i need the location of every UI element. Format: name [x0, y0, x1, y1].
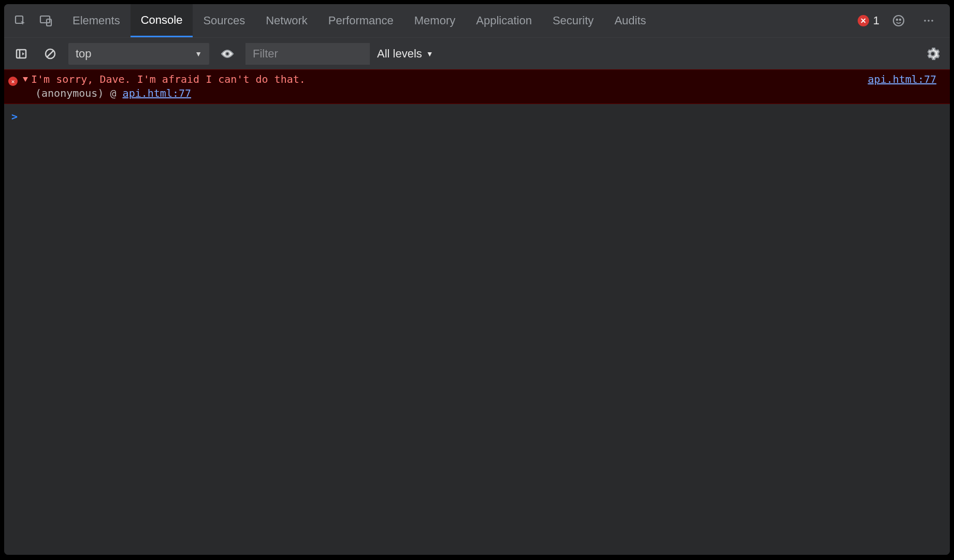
svg-point-4	[897, 19, 898, 20]
tab-memory[interactable]: Memory	[404, 4, 466, 37]
live-expression-icon[interactable]	[216, 43, 238, 65]
device-toolbar-icon[interactable]	[35, 10, 57, 32]
svg-point-8	[931, 20, 933, 22]
tab-elements[interactable]: Elements	[62, 4, 131, 37]
more-menu-icon[interactable]	[918, 10, 939, 32]
tab-audits[interactable]: Audits	[604, 4, 656, 37]
svg-point-14	[226, 52, 229, 55]
error-count-value: 1	[873, 14, 879, 27]
filter-input[interactable]	[245, 43, 370, 65]
smiley-icon[interactable]	[888, 10, 909, 32]
console-toolbar: top ▼ All levels ▼	[4, 37, 950, 69]
svg-point-3	[893, 16, 904, 26]
console-prompt[interactable]: >	[4, 104, 950, 129]
console-error-entry: ✕ I'm sorry, Dave. I'm afraid I can't do…	[4, 69, 950, 104]
context-select-value: top	[76, 47, 92, 61]
error-message-text: I'm sorry, Dave. I'm afraid I can't do t…	[31, 73, 868, 85]
svg-line-13	[47, 51, 53, 57]
svg-marker-11	[22, 52, 24, 55]
devtools-tabs: Elements Console Sources Network Perform…	[62, 4, 657, 37]
tab-performance[interactable]: Performance	[318, 4, 404, 37]
chevron-down-icon: ▼	[426, 50, 433, 58]
inspect-element-icon[interactable]	[9, 10, 31, 32]
settings-gear-icon[interactable]	[922, 43, 944, 65]
svg-point-6	[924, 20, 926, 22]
context-select[interactable]: top ▼	[68, 43, 209, 65]
prompt-caret-icon: >	[11, 110, 18, 123]
error-icon: ✕	[8, 77, 18, 86]
error-count-badge[interactable]: ✕ 1	[858, 14, 879, 27]
error-dot-icon: ✕	[858, 15, 869, 26]
devtools-tabbar: Elements Console Sources Network Perform…	[4, 4, 950, 37]
tab-security[interactable]: Security	[542, 4, 604, 37]
devtools-window: Elements Console Sources Network Perform…	[4, 4, 950, 555]
error-source-link[interactable]: api.html:77	[868, 73, 936, 85]
console-output: ✕ I'm sorry, Dave. I'm afraid I can't do…	[4, 69, 950, 555]
chevron-down-icon: ▼	[195, 50, 202, 58]
tab-network[interactable]: Network	[255, 4, 318, 37]
svg-point-5	[900, 19, 901, 20]
error-stack-frame: (anonymous) @ api.html:77	[8, 87, 936, 99]
stack-frame-name: (anonymous)	[35, 87, 104, 99]
tab-sources[interactable]: Sources	[193, 4, 255, 37]
svg-point-7	[928, 20, 930, 22]
tab-console[interactable]: Console	[131, 4, 193, 37]
toggle-sidebar-icon[interactable]	[10, 43, 32, 65]
tab-application[interactable]: Application	[466, 4, 542, 37]
log-levels-label: All levels	[377, 47, 422, 61]
log-levels-select[interactable]: All levels ▼	[377, 47, 433, 61]
stack-frame-link[interactable]: api.html:77	[123, 87, 191, 99]
stack-at-symbol: @	[110, 87, 117, 99]
clear-console-icon[interactable]	[39, 43, 61, 65]
disclosure-triangle-icon[interactable]	[23, 77, 28, 82]
svg-rect-9	[17, 50, 26, 58]
